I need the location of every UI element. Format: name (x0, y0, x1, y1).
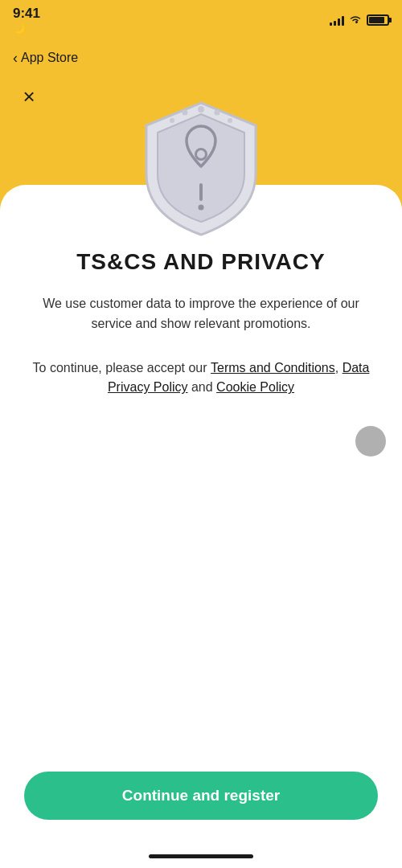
svg-point-2 (215, 110, 220, 116)
svg-point-1 (183, 110, 188, 116)
description-text: We use customer data to improve the expe… (32, 294, 370, 334)
signal-icon (330, 14, 344, 26)
status-bar: 9:41 🌙 (0, 0, 402, 40)
wifi-icon (349, 14, 362, 27)
status-moon: 🌙 (13, 23, 26, 35)
terms-text: To continue, please accept our Terms and… (32, 358, 370, 399)
status-left: 9:41 🌙 (13, 6, 40, 34)
svg-point-0 (198, 106, 204, 113)
back-label: App Store (21, 51, 78, 65)
scroll-indicator (355, 426, 386, 457)
terms-link-3[interactable]: Cookie Policy (216, 380, 294, 394)
main-content: TS&CS AND PRIVACY We use customer data t… (0, 249, 402, 398)
svg-point-7 (199, 205, 204, 211)
battery-icon (367, 14, 389, 26)
home-indicator (149, 854, 253, 858)
status-right (330, 14, 389, 27)
page-title: TS&CS AND PRIVACY (32, 249, 370, 275)
terms-sep1: , (335, 361, 343, 375)
continue-register-button[interactable]: Continue and register (24, 772, 378, 820)
close-button[interactable]: × (16, 84, 42, 109)
svg-point-4 (228, 118, 232, 123)
close-icon: × (23, 86, 35, 107)
status-time: 9:41 (13, 6, 40, 22)
back-button[interactable]: ‹ App Store (13, 51, 78, 65)
back-chevron-icon: ‹ (13, 51, 18, 65)
terms-intro: To continue, please accept our (33, 361, 211, 375)
terms-sep2: and (188, 380, 217, 394)
svg-point-3 (170, 118, 174, 123)
shield-illustration (137, 96, 265, 241)
terms-link-1[interactable]: Terms and Conditions (211, 361, 335, 375)
nav-bar: ‹ App Store (0, 40, 402, 76)
